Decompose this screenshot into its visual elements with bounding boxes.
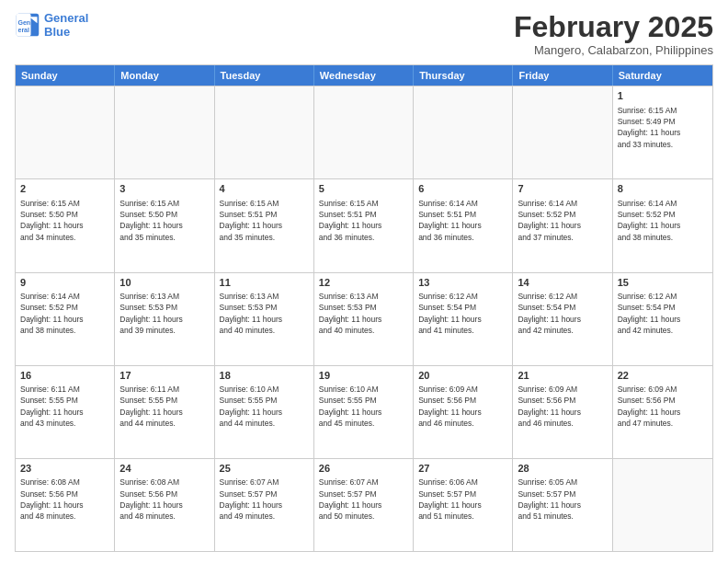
day-number: 4	[220, 182, 309, 196]
cell-info: Sunrise: 6:15 AM Sunset: 5:49 PM Dayligh…	[618, 105, 708, 150]
cal-cell	[414, 86, 513, 178]
cal-cell	[613, 459, 712, 551]
cal-cell: 14Sunrise: 6:12 AM Sunset: 5:54 PM Dayli…	[513, 273, 612, 365]
month-title: February 2025	[514, 11, 713, 43]
day-number: 3	[119, 182, 209, 196]
day-number: 22	[618, 369, 708, 383]
day-number: 24	[119, 462, 209, 476]
day-number: 25	[220, 462, 309, 476]
day-number: 17	[119, 369, 209, 383]
day-number: 10	[119, 276, 209, 290]
day-number: 2	[20, 182, 109, 196]
cell-info: Sunrise: 6:05 AM Sunset: 5:57 PM Dayligh…	[518, 477, 607, 522]
day-number: 9	[20, 276, 109, 290]
cal-cell: 13Sunrise: 6:12 AM Sunset: 5:54 PM Dayli…	[414, 273, 513, 365]
cell-info: Sunrise: 6:12 AM Sunset: 5:54 PM Dayligh…	[518, 291, 607, 336]
page: Gen eral General Blue February 2025 Mang…	[0, 0, 728, 563]
cal-cell: 4Sunrise: 6:15 AM Sunset: 5:51 PM Daylig…	[215, 179, 314, 271]
cell-info: Sunrise: 6:15 AM Sunset: 5:50 PM Dayligh…	[119, 198, 209, 243]
cal-header-day: Saturday	[613, 65, 712, 86]
cal-cell: 6Sunrise: 6:14 AM Sunset: 5:51 PM Daylig…	[414, 179, 513, 271]
cal-cell: 22Sunrise: 6:09 AM Sunset: 5:56 PM Dayli…	[613, 366, 712, 458]
cal-cell: 27Sunrise: 6:06 AM Sunset: 5:57 PM Dayli…	[414, 459, 513, 551]
cell-info: Sunrise: 6:09 AM Sunset: 5:56 PM Dayligh…	[518, 384, 607, 429]
calendar-header: SundayMondayTuesdayWednesdayThursdayFrid…	[16, 65, 712, 86]
cal-cell	[16, 86, 115, 178]
svg-text:eral: eral	[18, 27, 30, 33]
cal-header-day: Thursday	[414, 65, 513, 86]
cell-info: Sunrise: 6:15 AM Sunset: 5:51 PM Dayligh…	[319, 198, 408, 243]
cal-cell: 11Sunrise: 6:13 AM Sunset: 5:53 PM Dayli…	[215, 273, 314, 365]
cal-week-row: 9Sunrise: 6:14 AM Sunset: 5:52 PM Daylig…	[16, 272, 712, 365]
day-number: 16	[20, 369, 109, 383]
cell-info: Sunrise: 6:14 AM Sunset: 5:51 PM Dayligh…	[418, 198, 507, 243]
svg-text:Gen: Gen	[18, 19, 31, 26]
cell-info: Sunrise: 6:13 AM Sunset: 5:53 PM Dayligh…	[220, 291, 309, 336]
cal-cell: 18Sunrise: 6:10 AM Sunset: 5:55 PM Dayli…	[215, 366, 314, 458]
cell-info: Sunrise: 6:13 AM Sunset: 5:53 PM Dayligh…	[319, 291, 408, 336]
cal-cell	[314, 86, 414, 178]
cal-week-row: 23Sunrise: 6:08 AM Sunset: 5:56 PM Dayli…	[16, 458, 712, 551]
cal-header-day: Wednesday	[314, 65, 414, 86]
day-number: 15	[618, 276, 708, 290]
day-number: 1	[618, 89, 708, 103]
cal-cell: 20Sunrise: 6:09 AM Sunset: 5:56 PM Dayli…	[414, 366, 513, 458]
day-number: 21	[518, 369, 607, 383]
cell-info: Sunrise: 6:13 AM Sunset: 5:53 PM Dayligh…	[119, 291, 209, 336]
cal-cell: 9Sunrise: 6:14 AM Sunset: 5:52 PM Daylig…	[16, 273, 115, 365]
cal-cell: 23Sunrise: 6:08 AM Sunset: 5:56 PM Dayli…	[16, 459, 115, 551]
title-section: February 2025 Mangero, Calabarzon, Phili…	[514, 11, 713, 57]
cal-cell: 19Sunrise: 6:10 AM Sunset: 5:55 PM Dayli…	[314, 366, 414, 458]
cal-cell: 1Sunrise: 6:15 AM Sunset: 5:49 PM Daylig…	[613, 86, 712, 178]
day-number: 27	[418, 462, 507, 476]
logo-icon: Gen eral	[15, 12, 40, 38]
cal-cell: 16Sunrise: 6:11 AM Sunset: 5:55 PM Dayli…	[16, 366, 115, 458]
day-number: 18	[220, 369, 309, 383]
cal-week-row: 1Sunrise: 6:15 AM Sunset: 5:49 PM Daylig…	[16, 86, 712, 178]
cal-cell: 24Sunrise: 6:08 AM Sunset: 5:56 PM Dayli…	[115, 459, 214, 551]
calendar-body: 1Sunrise: 6:15 AM Sunset: 5:49 PM Daylig…	[16, 86, 712, 551]
cal-cell: 10Sunrise: 6:13 AM Sunset: 5:53 PM Dayli…	[115, 273, 214, 365]
cell-info: Sunrise: 6:15 AM Sunset: 5:50 PM Dayligh…	[20, 198, 109, 243]
cell-info: Sunrise: 6:15 AM Sunset: 5:51 PM Dayligh…	[220, 198, 309, 243]
cal-cell	[513, 86, 612, 178]
cal-week-row: 2Sunrise: 6:15 AM Sunset: 5:50 PM Daylig…	[16, 178, 712, 271]
calendar: SundayMondayTuesdayWednesdayThursdayFrid…	[15, 64, 713, 552]
cal-week-row: 16Sunrise: 6:11 AM Sunset: 5:55 PM Dayli…	[16, 365, 712, 458]
cell-info: Sunrise: 6:14 AM Sunset: 5:52 PM Dayligh…	[618, 198, 708, 243]
cal-cell: 12Sunrise: 6:13 AM Sunset: 5:53 PM Dayli…	[314, 273, 414, 365]
cal-cell: 3Sunrise: 6:15 AM Sunset: 5:50 PM Daylig…	[115, 179, 214, 271]
day-number: 19	[319, 369, 408, 383]
cell-info: Sunrise: 6:08 AM Sunset: 5:56 PM Dayligh…	[119, 477, 209, 522]
cell-info: Sunrise: 6:10 AM Sunset: 5:55 PM Dayligh…	[220, 384, 309, 429]
day-number: 7	[518, 182, 607, 196]
cal-cell: 17Sunrise: 6:11 AM Sunset: 5:55 PM Dayli…	[115, 366, 214, 458]
cal-cell: 15Sunrise: 6:12 AM Sunset: 5:54 PM Dayli…	[613, 273, 712, 365]
cell-info: Sunrise: 6:08 AM Sunset: 5:56 PM Dayligh…	[20, 477, 109, 522]
day-number: 12	[319, 276, 408, 290]
cal-cell: 25Sunrise: 6:07 AM Sunset: 5:57 PM Dayli…	[215, 459, 314, 551]
day-number: 26	[319, 462, 408, 476]
day-number: 8	[618, 182, 708, 196]
cal-cell: 2Sunrise: 6:15 AM Sunset: 5:50 PM Daylig…	[16, 179, 115, 271]
day-number: 20	[418, 369, 507, 383]
cal-cell: 21Sunrise: 6:09 AM Sunset: 5:56 PM Dayli…	[513, 366, 612, 458]
cell-info: Sunrise: 6:06 AM Sunset: 5:57 PM Dayligh…	[418, 477, 507, 522]
location: Mangero, Calabarzon, Philippines	[514, 43, 713, 57]
cal-header-day: Friday	[513, 65, 612, 86]
cell-info: Sunrise: 6:12 AM Sunset: 5:54 PM Dayligh…	[418, 291, 507, 336]
cell-info: Sunrise: 6:07 AM Sunset: 5:57 PM Dayligh…	[319, 477, 408, 522]
header: Gen eral General Blue February 2025 Mang…	[15, 11, 713, 57]
logo: Gen eral General Blue	[15, 11, 88, 39]
cell-info: Sunrise: 6:07 AM Sunset: 5:57 PM Dayligh…	[220, 477, 309, 522]
day-number: 14	[518, 276, 607, 290]
cal-header-day: Sunday	[16, 65, 115, 86]
cal-cell: 7Sunrise: 6:14 AM Sunset: 5:52 PM Daylig…	[513, 179, 612, 271]
day-number: 6	[418, 182, 507, 196]
cal-cell: 5Sunrise: 6:15 AM Sunset: 5:51 PM Daylig…	[314, 179, 414, 271]
cal-cell: 26Sunrise: 6:07 AM Sunset: 5:57 PM Dayli…	[314, 459, 414, 551]
cell-info: Sunrise: 6:12 AM Sunset: 5:54 PM Dayligh…	[618, 291, 708, 336]
cell-info: Sunrise: 6:11 AM Sunset: 5:55 PM Dayligh…	[20, 384, 109, 429]
cal-cell	[215, 86, 314, 178]
day-number: 13	[418, 276, 507, 290]
